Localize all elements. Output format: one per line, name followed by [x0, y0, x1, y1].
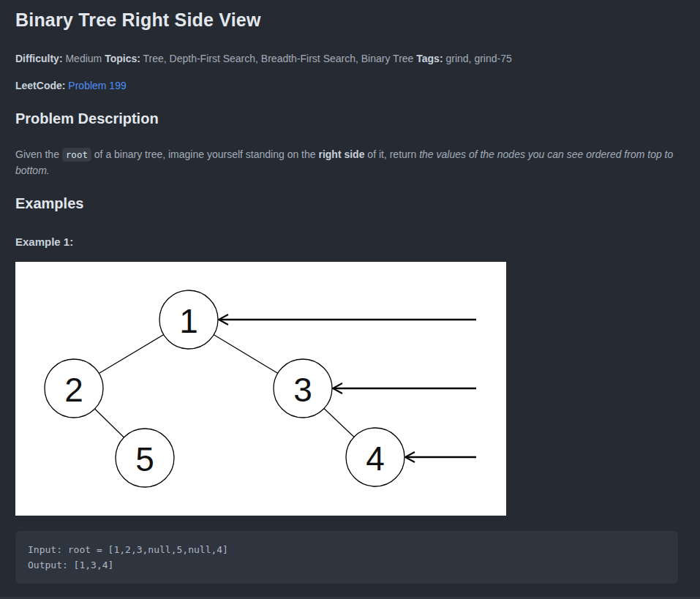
tags-value: grind, grind-75	[445, 53, 511, 64]
leetcode-label: LeetCode:	[15, 80, 65, 91]
page-title: Binary Tree Right Side View	[15, 9, 678, 31]
example1-label: Example 1:	[15, 236, 678, 248]
example-output-line: Output: [1,3,4]	[28, 560, 113, 570]
example-input-line: Input: root = [1,2,3,null,5,null,4]	[28, 544, 228, 555]
desc-part3: of it, return	[364, 148, 419, 160]
problem-description-text: Given the root of a binary tree, imagine…	[15, 147, 678, 178]
topics-value: Tree, Depth-First Search, Breadth-First …	[143, 53, 414, 64]
tree-node-label-1: 1	[179, 302, 198, 340]
leetcode-problem-link[interactable]: Problem 199	[68, 80, 126, 91]
tree-node-label-5: 5	[135, 440, 154, 478]
tree-node-label-3: 3	[293, 371, 312, 409]
difficulty-label: Difficulty:	[15, 53, 63, 64]
tags-label: Tags:	[416, 53, 443, 64]
difficulty-value: Medium	[65, 53, 102, 64]
desc-part1: Given the	[15, 148, 62, 160]
problem-document: Binary Tree Right Side View Difficulty: …	[0, 0, 700, 584]
root-code-span: root	[62, 148, 91, 162]
tree-node-label-2: 2	[64, 371, 83, 409]
problem-description-heading: Problem Description	[15, 110, 678, 128]
leetcode-line: LeetCode: Problem 199	[15, 78, 678, 94]
binary-tree-diagram: 12354	[15, 262, 506, 516]
examples-heading: Examples	[15, 195, 678, 213]
problem-meta-line: Difficulty: Medium Topics: Tree, Depth-F…	[15, 51, 678, 67]
example1-tree-image: 12354	[15, 262, 506, 516]
desc-part2: of a binary tree, imagine yourself stand…	[91, 148, 319, 160]
tree-node-label-4: 4	[366, 440, 385, 478]
desc-bold: right side	[318, 148, 364, 160]
topics-label: Topics:	[105, 53, 140, 64]
example1-code-block: Input: root = [1,2,3,null,5,null,4] Outp…	[15, 531, 678, 584]
